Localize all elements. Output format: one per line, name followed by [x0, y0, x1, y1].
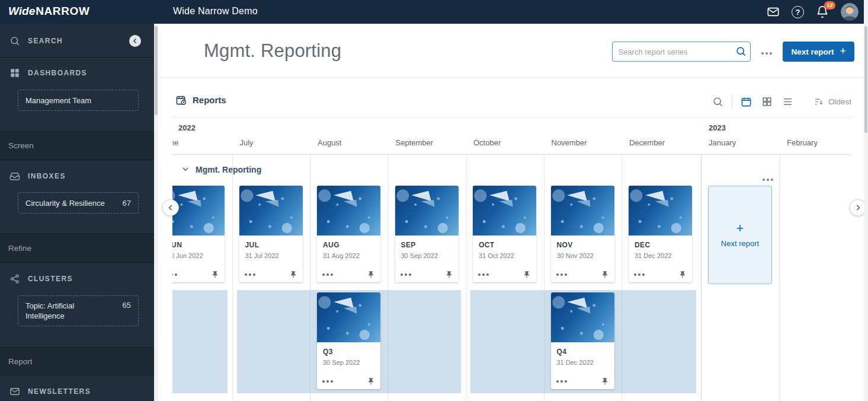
page-title: Mgmt. Reporting	[204, 40, 341, 62]
next-report-button[interactable]: Next report +	[783, 42, 854, 62]
dashboard-item-label: Management Team	[25, 96, 91, 105]
newsletters-label: NEWSLETTERS	[28, 387, 91, 396]
series-more-button[interactable]	[763, 169, 773, 187]
card-more-icon[interactable]	[634, 273, 645, 276]
search-input[interactable]	[612, 42, 751, 62]
report-card-quarterly[interactable]: Q3 30 Sep 2022	[317, 292, 380, 389]
card-footer	[317, 374, 380, 389]
card-footer	[629, 267, 692, 282]
sidebar-item-newsletters[interactable]: NEWSLETTERS	[0, 381, 154, 401]
search-icon[interactable]	[735, 46, 747, 57]
chevron-down-icon[interactable]	[181, 164, 190, 174]
chevron-left-icon	[166, 203, 175, 212]
timeline-header	[172, 118, 851, 155]
report-thumbnail	[172, 186, 225, 235]
mail-icon[interactable]	[767, 5, 780, 18]
report-card[interactable]: OCT 31 Oct 2022	[473, 186, 536, 282]
report-card-quarterly[interactable]: Q4 31 Dec 2022	[551, 292, 614, 389]
report-date: 31 Dec 2022	[635, 252, 686, 259]
pin-icon[interactable]	[367, 270, 375, 279]
view-controls: Oldest	[712, 96, 851, 107]
header-more-button[interactable]	[761, 43, 772, 61]
header-actions: Next report +	[612, 42, 854, 62]
gridline	[544, 155, 544, 401]
sidebar-item-inboxes[interactable]: INBOXES	[0, 166, 154, 186]
cluster-item-label: Topic: Artificial Intelligence	[25, 301, 108, 321]
report-card[interactable]: JUN 30 Jun 2022	[172, 186, 225, 282]
year-boundary-line	[701, 118, 702, 401]
topbar: WideNARROW Wide Narrow Demo ? 12	[0, 0, 868, 24]
divider	[732, 96, 732, 107]
workspace-title: Wide Narrow Demo	[173, 6, 258, 17]
month-label: January	[709, 138, 736, 147]
report-card[interactable]: SEP 30 Sep 2022	[395, 186, 459, 282]
help-icon[interactable]: ?	[792, 6, 804, 18]
prev-period-button[interactable]	[162, 199, 179, 216]
more-icon	[763, 179, 773, 181]
card-more-icon[interactable]	[322, 273, 333, 276]
card-more-icon[interactable]	[556, 380, 567, 383]
card-footer	[239, 267, 303, 282]
pin-icon[interactable]	[601, 270, 609, 279]
card-more-icon[interactable]	[556, 273, 567, 276]
pin-icon[interactable]	[367, 377, 375, 386]
plus-icon: +	[736, 222, 744, 235]
quarter-band-q2	[172, 290, 228, 393]
main-content: Mgmt. Reporting Next report + Reports	[158, 24, 864, 401]
year-label: 2023	[709, 123, 726, 132]
dashboard-item-management-team[interactable]: Management Team	[18, 90, 139, 111]
collapse-sidebar-button[interactable]	[129, 35, 141, 47]
report-title: Q3	[323, 348, 374, 356]
grid-view-icon[interactable]	[761, 96, 773, 107]
report-card[interactable]: NOV 30 Nov 2022	[551, 186, 614, 282]
gridline	[310, 155, 310, 401]
pin-icon[interactable]	[523, 270, 531, 279]
list-view-icon[interactable]	[782, 96, 793, 107]
next-report-tile[interactable]: + Next report	[708, 186, 772, 284]
inbox-item-circularity[interactable]: Circularity & Resilience 67	[18, 192, 139, 214]
card-more-icon[interactable]	[322, 380, 333, 383]
month-label: December	[629, 138, 665, 147]
inbox-icon	[9, 171, 20, 182]
logo-wide: Wide	[8, 5, 35, 17]
pin-icon[interactable]	[601, 377, 609, 386]
card-more-icon[interactable]	[478, 273, 489, 276]
search-label: SEARCH	[28, 37, 63, 45]
pin-icon[interactable]	[678, 270, 687, 279]
page-scrollbar-thumb[interactable]	[864, 26, 867, 133]
series-name[interactable]: Mgmt. Reporting	[196, 165, 261, 174]
sort-control[interactable]: Oldest	[813, 97, 851, 107]
report-thumbnail	[239, 186, 303, 235]
calendar-view-icon[interactable]	[741, 96, 752, 107]
pin-icon[interactable]	[289, 270, 297, 279]
report-date: 31 Jul 2022	[245, 252, 297, 259]
sidebar-item-dashboards[interactable]: DASHBOARDS	[0, 63, 154, 83]
user-avatar[interactable]	[841, 3, 859, 21]
card-more-icon[interactable]	[245, 273, 255, 276]
pin-icon[interactable]	[445, 270, 453, 279]
report-title: JUL	[245, 241, 297, 249]
report-date: 30 Jun 2022	[172, 252, 219, 259]
plus-icon: +	[840, 45, 846, 58]
wide-narrow-logo[interactable]: WideNARROW	[8, 5, 89, 18]
pin-icon[interactable]	[211, 270, 219, 279]
divider	[0, 57, 154, 58]
card-more-icon[interactable]	[172, 273, 177, 276]
search-reports-icon[interactable]	[712, 96, 723, 107]
report-thumbnail	[317, 292, 380, 342]
sidebar-scrollbar-thumb[interactable]	[155, 26, 158, 115]
sidebar: SEARCH DASHBOARDS Management Team Screen…	[0, 24, 154, 401]
card-more-icon[interactable]	[401, 273, 411, 276]
report-card[interactable]: AUG 31 Aug 2022	[317, 186, 380, 282]
sidebar-item-clusters[interactable]: CLUSTERS	[0, 269, 154, 289]
report-card[interactable]: JUL 31 Jul 2022	[239, 186, 303, 282]
notifications-button[interactable]: 12	[816, 5, 829, 18]
card-footer	[317, 267, 380, 282]
report-date: 31 Aug 2022	[323, 252, 374, 259]
report-card[interactable]: DEC 31 Dec 2022	[629, 186, 692, 282]
report-title: OCT	[479, 241, 530, 249]
newsletters-icon	[9, 386, 20, 397]
month-label: July	[240, 138, 254, 147]
cluster-item-ai[interactable]: Topic: Artificial Intelligence 65	[18, 295, 139, 326]
report-title: SEP	[401, 241, 453, 249]
